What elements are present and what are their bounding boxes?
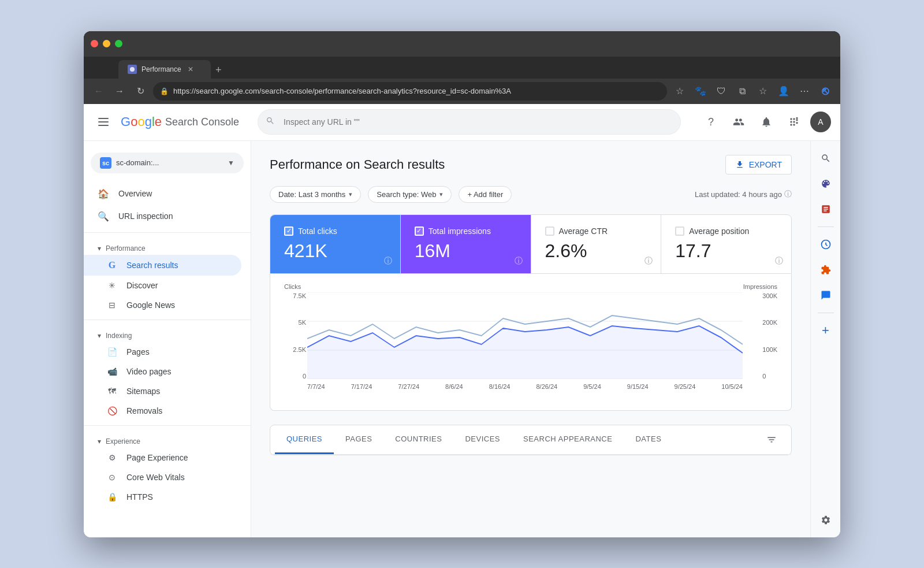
sidebar-item-google-news[interactable]: ⊟ Google News	[84, 295, 241, 315]
page-header: Performance on Search results EXPORT	[270, 155, 792, 175]
sidebar-item-https[interactable]: 🔒 HTTPS	[84, 487, 241, 507]
tab-search-appearance[interactable]: SEARCH APPEARANCE	[512, 425, 624, 454]
help-icon-ctr[interactable]: ⓘ	[644, 256, 653, 266]
help-icon-clicks[interactable]: ⓘ	[384, 256, 392, 266]
sidebar-item-url-inspection[interactable]: 🔍 URL inspection	[84, 205, 241, 228]
more-icon[interactable]: ⋯	[796, 83, 813, 99]
right-panel-bookmark-btn[interactable]	[815, 285, 836, 306]
settings-button[interactable]	[815, 510, 836, 530]
apps-button[interactable]	[783, 110, 806, 133]
filters-row: Date: Last 3 months ▾ Search type: Web ▾…	[270, 186, 792, 203]
right-panel-add-button[interactable]: +	[815, 320, 836, 341]
x-label-8: 9/15/24	[627, 383, 649, 390]
right-panel-circle-btn[interactable]	[815, 234, 836, 255]
tab-countries[interactable]: COUNTRIES	[383, 425, 453, 454]
y-label-2500: 2.5K	[284, 346, 306, 353]
average-ctr-value: 2.6%	[545, 240, 647, 262]
forward-button[interactable]: →	[111, 83, 128, 99]
sidebar-item-label-pages: Pages	[126, 347, 150, 357]
sidebar-item-pages[interactable]: 📄 Pages	[84, 342, 241, 362]
sidebar-item-video-pages[interactable]: 📹 Video pages	[84, 362, 241, 381]
search-type-filter[interactable]: Search type: Web ▾	[368, 186, 452, 203]
right-panel-palette-btn[interactable]	[815, 173, 836, 194]
average-ctr-checkbox[interactable]	[545, 227, 554, 236]
svg-rect-3	[98, 125, 109, 126]
sidebar-item-core-web-vitals[interactable]: ⊙ Core Web Vitals	[84, 467, 241, 487]
tab-close-button[interactable]: ✕	[186, 65, 195, 74]
experience-section-header[interactable]: ▾ Experience	[84, 430, 251, 448]
sidebar-item-removals[interactable]: 🚫 Removals	[84, 401, 241, 421]
browser-app-icon[interactable]: ⎋	[817, 83, 833, 99]
property-selector[interactable]: sc sc-domain:... ▼	[91, 153, 244, 173]
refresh-button[interactable]: ↻	[132, 83, 148, 99]
core-web-vitals-icon: ⊙	[107, 473, 117, 482]
chart-plot-area: 7.5K 5K 2.5K 0 300K 200K 100K 0	[307, 292, 743, 380]
right-panel-separator-2	[818, 313, 834, 313]
shield-icon[interactable]: 🛡	[713, 83, 729, 99]
nav-divider-2	[84, 320, 251, 320]
average-position-card[interactable]: Average position 17.7 ⓘ	[661, 215, 791, 273]
svg-marker-8	[307, 326, 743, 379]
video-pages-icon: 📹	[107, 367, 117, 376]
tab-devices[interactable]: DEVICES	[453, 425, 512, 454]
hamburger-menu-button[interactable]	[93, 112, 114, 132]
y-label-0: 0	[284, 373, 306, 380]
column-filter-button[interactable]	[761, 429, 782, 450]
add-filter-label: + Add filter	[467, 190, 503, 199]
back-button[interactable]: ←	[91, 83, 107, 99]
page-experience-icon: ⚙	[107, 453, 117, 462]
performance-section-header[interactable]: ▾ Performance	[84, 237, 251, 255]
tab-pages[interactable]: PAGES	[334, 425, 383, 454]
sidebar-item-overview[interactable]: 🏠 Overview	[84, 183, 241, 205]
total-clicks-checkbox[interactable]: ✓	[284, 227, 293, 236]
date-filter[interactable]: Date: Last 3 months ▾	[270, 186, 361, 203]
sidebar-item-search-results[interactable]: G Search results	[84, 255, 241, 276]
average-position-checkbox[interactable]	[675, 227, 684, 236]
indexing-section-header[interactable]: ▾ Indexing	[84, 325, 251, 342]
notification-button[interactable]	[755, 110, 778, 133]
sidebar-item-label-discover: Discover	[126, 281, 158, 290]
help-button[interactable]: ?	[699, 110, 722, 133]
average-ctr-card[interactable]: Average CTR 2.6% ⓘ	[531, 215, 662, 273]
average-position-value: 17.7	[675, 240, 777, 262]
address-bar[interactable]: 🔒 https://search.google.com/search-conso…	[153, 82, 667, 101]
add-filter-button[interactable]: + Add filter	[459, 186, 512, 203]
star-icon[interactable]: ☆	[672, 83, 688, 99]
minimize-button[interactable]	[103, 40, 110, 47]
x-label-3: 7/27/24	[398, 383, 419, 390]
right-panel-analytics-btn[interactable]	[815, 199, 836, 220]
property-name: sc-domain:...	[116, 158, 223, 167]
right-panel-search-btn[interactable]	[815, 148, 836, 169]
export-button[interactable]: EXPORT	[725, 155, 792, 175]
maximize-button[interactable]	[115, 40, 122, 47]
total-impressions-card[interactable]: ✓ Total impressions 16M ⓘ	[401, 215, 531, 273]
total-impressions-checkbox[interactable]: ✓	[415, 227, 424, 236]
new-tab-button[interactable]: +	[211, 62, 226, 79]
help-icon-impressions[interactable]: ⓘ	[515, 256, 523, 266]
user-avatar[interactable]: A	[810, 112, 831, 132]
extension-icon[interactable]: 🐾	[692, 83, 709, 99]
bookmark-icon[interactable]: ☆	[755, 83, 771, 99]
total-clicks-card[interactable]: ✓ Total clicks 421K ⓘ	[270, 215, 401, 273]
active-tab[interactable]: Performance ✕	[118, 60, 211, 79]
last-updated: Last updated: 4 hours ago ⓘ	[695, 189, 792, 199]
sidebar-item-discover[interactable]: ✳ Discover	[84, 276, 241, 295]
profile-icon[interactable]: 👤	[776, 83, 792, 99]
nav-divider-1	[84, 232, 251, 233]
y-right-labels: 300K 200K 100K 0	[759, 292, 777, 380]
user-settings-button[interactable]	[727, 110, 750, 133]
tab-dates[interactable]: DATES	[624, 425, 673, 454]
help-icon-position[interactable]: ⓘ	[775, 256, 783, 266]
tab-group-icon[interactable]: ⧉	[734, 83, 750, 99]
close-button[interactable]	[91, 40, 98, 47]
date-filter-label: Date: Last 3 months	[278, 190, 345, 199]
sidebar-item-page-experience[interactable]: ⚙ Page Experience	[84, 448, 241, 467]
url-inspection-search	[258, 109, 681, 135]
browser-titlebar	[84, 31, 840, 57]
svg-rect-1	[98, 118, 109, 119]
tab-queries[interactable]: QUERIES	[275, 425, 334, 454]
right-panel-plugin-btn[interactable]	[815, 259, 836, 280]
sidebar-item-sitemaps[interactable]: 🗺 Sitemaps	[84, 381, 241, 401]
url-inspect-input[interactable]	[258, 109, 681, 135]
chart-wrapper: Clicks Impressions 7.5K 5K 2.5K 0	[284, 283, 777, 399]
